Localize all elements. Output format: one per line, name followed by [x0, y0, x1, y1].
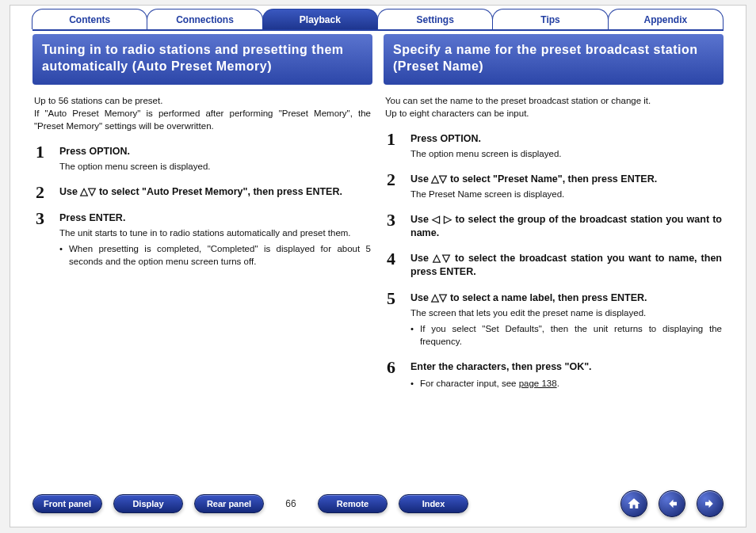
right-step-6-title: Enter the characters, then press "OK".: [410, 360, 722, 374]
display-button[interactable]: Display: [113, 494, 183, 513]
right-step-1: Press OPTION. The option menu screen is …: [384, 128, 724, 168]
left-section-title: Tuning in to radio stations and presetti…: [32, 34, 372, 85]
right-step-4: Use △▽ to select the broadcast station y…: [384, 247, 724, 287]
left-column: Tuning in to radio stations and presetti…: [32, 31, 372, 490]
right-step-4-title: Use △▽ to select the broadcast station y…: [410, 252, 722, 279]
right-step-3: Use ◁ ▷ to select the group of the broad…: [384, 208, 724, 248]
footer-bar: Front panel Display Rear panel 66 Remote…: [10, 490, 746, 527]
next-button[interactable]: [697, 490, 724, 517]
page-138-link[interactable]: page 138: [519, 379, 557, 388]
right-intro-line2: Up to eight characters can be input.: [385, 109, 529, 118]
right-step-6-bullet: For character input, see page 138.: [410, 377, 722, 390]
left-step-3-bullet: When presetting is completed, "Completed…: [59, 242, 371, 268]
right-intro-line1: You can set the name to the preset broad…: [385, 96, 651, 105]
left-step-1-sub: The option menu screen is displayed.: [59, 160, 371, 173]
right-step-6-bullet-prefix: For character input, see: [420, 379, 519, 388]
right-step-5-title: Use △▽ to select a name label, then pres…: [410, 291, 722, 305]
home-icon: [627, 497, 641, 511]
left-step-2: Use △▽ to select "Auto Preset Memory", t…: [32, 181, 372, 207]
index-button[interactable]: Index: [399, 494, 468, 513]
right-section-title: Specify a name for the preset broadcast …: [384, 34, 724, 85]
right-step-2-sub: The Preset Name screen is displayed.: [410, 188, 722, 200]
right-steps: Press OPTION. The option menu screen is …: [384, 128, 724, 398]
left-step-1-title: Press OPTION.: [59, 145, 371, 158]
right-step-2: Use △▽ to select "Preset Name", then pre…: [384, 168, 724, 208]
front-panel-button[interactable]: Front panel: [32, 494, 102, 513]
tab-settings[interactable]: Settings: [377, 9, 493, 29]
left-intro-line1: Up to 56 stations can be preset.: [34, 96, 162, 105]
left-step-2-title: Use △▽ to select "Auto Preset Memory", t…: [59, 185, 371, 199]
prev-button[interactable]: [659, 490, 685, 517]
rear-panel-button[interactable]: Rear panel: [194, 494, 264, 513]
home-button[interactable]: [620, 490, 647, 517]
right-step-6-bullet-suffix: .: [557, 379, 559, 388]
left-intro-line2: If "Auto Preset Memory" is performed aft…: [34, 109, 371, 131]
right-step-3-title: Use ◁ ▷ to select the group of the broad…: [410, 213, 722, 240]
top-tabs: Contents Connections Playback Settings T…: [10, 6, 746, 29]
arrow-left-icon: [665, 497, 679, 511]
right-step-6: Enter the characters, then press "OK". F…: [384, 356, 724, 398]
left-step-3-title: Press ENTER.: [59, 211, 371, 225]
tab-contents[interactable]: Contents: [32, 9, 147, 29]
tab-tips[interactable]: Tips: [492, 9, 608, 29]
tab-connections[interactable]: Connections: [147, 9, 262, 29]
left-steps: Press OPTION. The option menu screen is …: [32, 140, 372, 276]
manual-page: Contents Connections Playback Settings T…: [10, 5, 746, 527]
right-step-5-sub: The screen that lets you edit the preset…: [410, 306, 722, 319]
right-column: Specify a name for the preset broadcast …: [384, 31, 724, 490]
right-step-5-bullet: If you select "Set Defaults", then the u…: [410, 322, 722, 348]
left-step-3: Press ENTER. The unit starts to tune in …: [32, 207, 372, 276]
right-step-2-title: Use △▽ to select "Preset Name", then pre…: [410, 173, 722, 186]
tab-appendix[interactable]: Appendix: [608, 9, 724, 29]
right-step-1-title: Press OPTION.: [410, 132, 722, 146]
right-intro: You can set the name to the preset broad…: [385, 94, 722, 120]
left-step-3-sub: The unit starts to tune in to radio stat…: [59, 227, 371, 239]
right-step-5: Use △▽ to select a name label, then pres…: [384, 287, 724, 356]
arrow-right-icon: [703, 497, 717, 511]
left-step-1: Press OPTION. The option menu screen is …: [32, 140, 372, 181]
page-number: 66: [275, 498, 307, 509]
remote-button[interactable]: Remote: [318, 494, 388, 513]
tab-playback[interactable]: Playback: [262, 9, 378, 29]
left-intro: Up to 56 stations can be preset. If "Aut…: [34, 94, 371, 132]
right-step-1-sub: The option menu screen is displayed.: [410, 147, 722, 160]
